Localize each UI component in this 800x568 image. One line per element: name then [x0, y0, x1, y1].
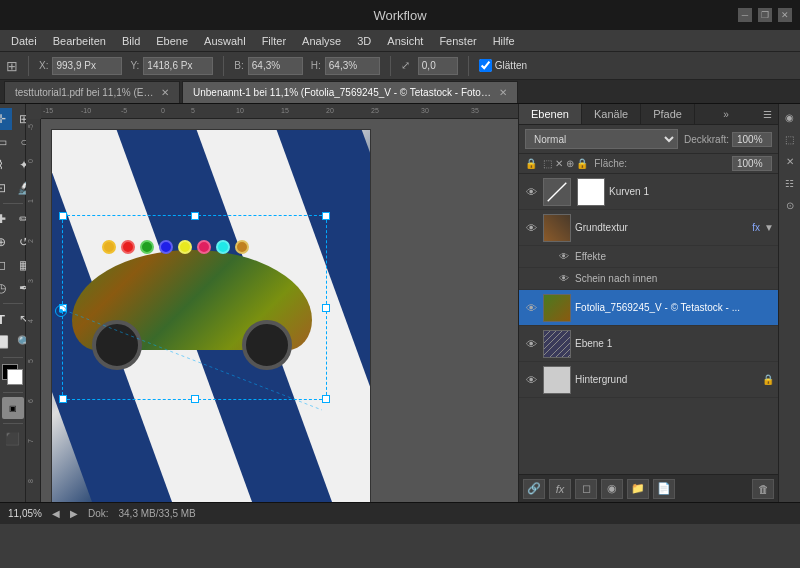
mini-tool-4[interactable]: ☷ — [781, 174, 799, 192]
layer-thumb-grundtextur — [543, 214, 571, 242]
layer-row-hintergrund[interactable]: 👁 Hintergrund 🔒 — [519, 362, 778, 398]
text-tool[interactable]: T — [0, 308, 12, 330]
x-input[interactable] — [52, 57, 122, 75]
canvas-content[interactable] — [41, 119, 518, 502]
canvas-area[interactable]: -15 -10 -5 0 5 10 15 20 25 30 35 -5 0 1 … — [26, 104, 518, 502]
effect-eye-schein[interactable]: 👁 — [559, 273, 575, 284]
tab-1[interactable]: testtutorial1.pdf bei 11,1% (Ebene ... ✕ — [4, 81, 180, 103]
mini-tool-3[interactable]: ✕ — [781, 152, 799, 170]
mini-tool-1[interactable]: ◉ — [781, 108, 799, 126]
layer-effect-row-effekte[interactable]: 👁 Effekte — [519, 246, 778, 268]
link-layers-btn[interactable]: 🔗 — [523, 479, 545, 499]
new-group-btn[interactable]: 📁 — [627, 479, 649, 499]
close-tab-1[interactable]: ✕ — [161, 87, 169, 98]
dodge-tool[interactable]: ◷ — [0, 277, 12, 299]
layers-panel: Ebenen Kanäle Pfade » ☰ Normal Deckkraft… — [519, 104, 778, 502]
b-coord-group: B: — [234, 57, 302, 75]
menu-hilfe[interactable]: Hilfe — [486, 33, 522, 49]
tab-2[interactable]: Unbenannt-1 bei 11,1% (Fotolia_7569245_V… — [182, 81, 518, 103]
layers-tab-kanaele[interactable]: Kanäle — [582, 104, 641, 124]
layer-eye-fotolia[interactable]: 👁 — [523, 300, 539, 316]
canvas-inner — [51, 129, 371, 502]
background-color[interactable] — [7, 369, 23, 385]
right-panel: Ebenen Kanäle Pfade » ☰ Normal Deckkraft… — [518, 104, 778, 502]
h-label: H: — [311, 60, 321, 71]
layer-row-fotolia[interactable]: 👁 Fotolia_7569245_V - © Tetastock - ... — [519, 290, 778, 326]
adjustments-btn[interactable]: ◉ — [601, 479, 623, 499]
x-coord-group: X: — [39, 57, 122, 75]
menu-fenster[interactable]: Fenster — [432, 33, 483, 49]
b-input[interactable] — [248, 57, 303, 75]
delete-layer-btn[interactable]: 🗑 — [752, 479, 774, 499]
fx-btn[interactable]: fx — [549, 479, 571, 499]
spot-heal-tool[interactable]: ✚ — [0, 208, 12, 230]
minimize-button[interactable]: ─ — [738, 8, 752, 22]
close-button[interactable]: ✕ — [778, 8, 792, 22]
layer-eye-ebene1[interactable]: 👁 — [523, 336, 539, 352]
status-arrow-right[interactable]: ▶ — [70, 508, 78, 519]
menu-filter[interactable]: Filter — [255, 33, 293, 49]
glatten-label[interactable]: Glätten — [479, 59, 527, 72]
layers-tab-pfade[interactable]: Pfade — [641, 104, 695, 124]
layer-eye-kurven[interactable]: 👁 — [523, 184, 539, 200]
eraser-tool[interactable]: ◻ — [0, 254, 12, 276]
h-input[interactable] — [325, 57, 380, 75]
transform-anchor — [55, 305, 67, 317]
opacity-label: Deckkraft: — [684, 134, 729, 145]
layer-name-hintergrund: Hintergrund — [575, 374, 758, 385]
add-mask-btn[interactable]: ◻ — [575, 479, 597, 499]
panel-menu-btn[interactable]: ☰ — [757, 105, 778, 124]
layer-row-grundtextur[interactable]: 👁 Grundtextur fx ▼ — [519, 210, 778, 246]
layer-eye-hintergrund[interactable]: 👁 — [523, 372, 539, 388]
layer-expand-grundtextur[interactable]: ▼ — [764, 222, 774, 233]
menu-bild[interactable]: Bild — [115, 33, 147, 49]
car-body — [72, 230, 322, 370]
y-input[interactable] — [143, 57, 213, 75]
layer-row-ebene1[interactable]: 👁 — [519, 326, 778, 362]
layers-footer: 🔗 fx ◻ ◉ 📁 📄 🗑 — [519, 474, 778, 502]
clone-tool[interactable]: ⊕ — [0, 231, 12, 253]
layer-row-kurven[interactable]: 👁 Kurven 1 — [519, 174, 778, 210]
close-tab-2[interactable]: ✕ — [499, 87, 507, 98]
menu-auswahl[interactable]: Auswahl — [197, 33, 253, 49]
menu-bearbeiten[interactable]: Bearbeiten — [46, 33, 113, 49]
mini-tool-5[interactable]: ⊙ — [781, 196, 799, 214]
panel-expand-btn[interactable]: » — [717, 105, 735, 124]
fill-input[interactable] — [732, 156, 772, 171]
opacity-input[interactable] — [732, 132, 772, 147]
quick-mask-btn[interactable]: ▣ — [2, 397, 24, 419]
layer-fx-grundtextur: fx — [752, 222, 760, 233]
doc-value: 34,3 MB/33,5 MB — [118, 508, 195, 519]
layer-effect-row-schein[interactable]: 👁 Schein nach innen — [519, 268, 778, 290]
statusbar: 11,05% ◀ ▶ Dok: 34,3 MB/33,5 MB — [0, 502, 800, 524]
layer-lock-hintergrund: 🔒 — [762, 374, 774, 385]
status-arrow-left[interactable]: ◀ — [52, 508, 60, 519]
layer-mask-kurven — [577, 178, 605, 206]
lock-icon: 🔒 — [525, 158, 537, 169]
crop-tool[interactable]: ⊡ — [0, 177, 12, 199]
mini-tool-2[interactable]: ⬚ — [781, 130, 799, 148]
menu-ansicht[interactable]: Ansicht — [380, 33, 430, 49]
layers-tab-ebenen[interactable]: Ebenen — [519, 104, 582, 124]
glatten-checkbox[interactable] — [479, 59, 492, 72]
move-tool[interactable]: ✛ — [0, 108, 12, 130]
options-bar: ⊞ X: Y: B: H: ⤢ Glätten — [0, 52, 800, 80]
restore-button[interactable]: ❐ — [758, 8, 772, 22]
menu-3d[interactable]: 3D — [350, 33, 378, 49]
left-toolbar: ✛ ⊞ ▭ ○ ⌇ ✦ ⊡ 🔬 ✚ ✏ ⊕ ↺ ◻ ▦ ◷ ✒ T ↖ ⬜ 🔍 — [0, 104, 26, 502]
menu-datei[interactable]: Datei — [4, 33, 44, 49]
new-layer-btn[interactable]: 📄 — [653, 479, 675, 499]
shape-tool[interactable]: ⬜ — [0, 331, 12, 353]
lasso-tool[interactable]: ⌇ — [0, 154, 12, 176]
menu-ebene[interactable]: Ebene — [149, 33, 195, 49]
zoom-value: 11,05% — [8, 508, 42, 519]
screen-mode-btn[interactable]: ⬛ — [2, 428, 24, 450]
angle-input[interactable] — [418, 57, 458, 75]
titlebar: Workflow ─ ❐ ✕ — [0, 0, 800, 30]
blend-mode-select[interactable]: Normal — [525, 129, 678, 149]
menu-analyse[interactable]: Analyse — [295, 33, 348, 49]
marquee-rect-tool[interactable]: ▭ — [0, 131, 12, 153]
effect-eye-effekte[interactable]: 👁 — [559, 251, 575, 262]
layer-eye-grundtextur[interactable]: 👁 — [523, 220, 539, 236]
right-mini-toolbar: ◉ ⬚ ✕ ☷ ⊙ — [778, 104, 800, 502]
